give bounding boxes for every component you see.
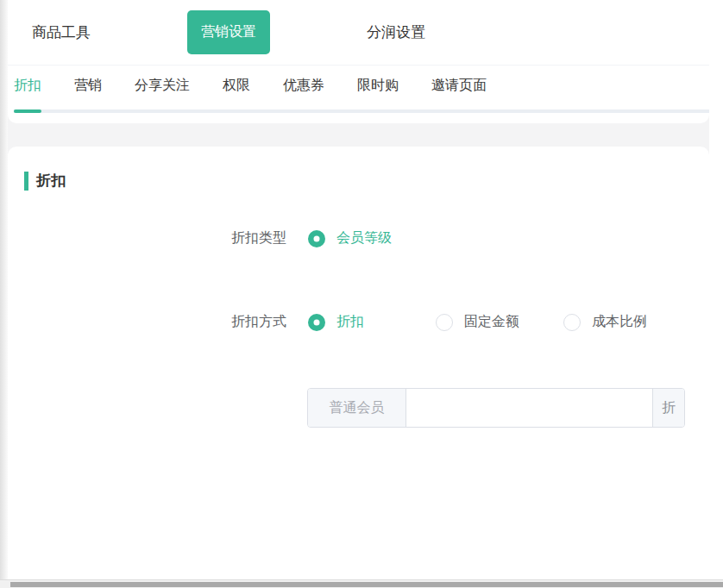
discount-value-input[interactable] (406, 389, 652, 427)
horizontal-scrollbar-thumb[interactable] (10, 582, 723, 587)
discount-method-label: 折扣方式 (8, 313, 286, 331)
input-suffix-label: 折 (652, 389, 684, 427)
radio-fixed-amount[interactable]: 固定金额 (436, 313, 563, 331)
subtab-flash-sale[interactable]: 限时购 (357, 77, 399, 96)
tab-product-tools[interactable]: 商品工具 (32, 22, 91, 42)
section-accent-bar (24, 172, 28, 191)
member-discount-input-group: 普通会员 折 (307, 388, 685, 428)
subtab-coupons[interactable]: 优惠券 (283, 77, 324, 96)
radio-unselected-icon (436, 314, 453, 331)
discount-type-label: 折扣类型 (8, 229, 286, 247)
top-tab-bar: 商品工具 营销设置 分润设置 (8, 0, 709, 66)
radio-label: 固定金额 (464, 313, 519, 331)
subtab-invite-page[interactable]: 邀请页面 (431, 77, 487, 96)
subtab-marketing[interactable]: 营销 (74, 77, 102, 96)
radio-label: 成本比例 (592, 313, 647, 331)
section-title: 折扣 (36, 171, 66, 191)
radio-label: 会员等级 (336, 229, 392, 247)
radio-unselected-icon (563, 314, 581, 331)
tab-marketing-settings[interactable]: 营销设置 (187, 10, 270, 54)
subtab-share-follow[interactable]: 分享关注 (135, 77, 190, 96)
subtab-permissions[interactable]: 权限 (223, 77, 250, 96)
radio-label: 折扣 (336, 313, 364, 331)
sub-tab-track (14, 109, 709, 113)
member-discount-input-row: 普通会员 折 (8, 388, 709, 428)
radio-selected-icon (308, 314, 325, 331)
discount-type-options: 会员等级 (308, 229, 392, 247)
discount-panel: 折扣 折扣类型 会员等级 折扣方式 折扣 固定金额 (8, 147, 709, 579)
discount-method-row: 折扣方式 折扣 固定金额 成本比例 (8, 313, 709, 331)
tab-profit-settings[interactable]: 分润设置 (367, 22, 425, 42)
radio-cost-ratio[interactable]: 成本比例 (563, 313, 647, 331)
sub-tab-bar: 折扣 营销 分享关注 权限 优惠券 限时购 邀请页面 (8, 66, 709, 123)
left-edge-scrollbar[interactable] (0, 0, 8, 579)
radio-member-level[interactable]: 会员等级 (308, 229, 392, 247)
horizontal-scrollbar[interactable] (0, 579, 723, 588)
radio-discount[interactable]: 折扣 (308, 313, 436, 331)
discount-method-options: 折扣 固定金额 成本比例 (308, 313, 647, 331)
section-header: 折扣 (24, 171, 709, 191)
radio-selected-icon (308, 230, 325, 247)
discount-type-row: 折扣类型 会员等级 (8, 229, 709, 247)
input-prefix-label: 普通会员 (308, 389, 406, 427)
settings-page: 商品工具 营销设置 分润设置 折扣 营销 分享关注 权限 优惠券 限时购 邀请页… (8, 0, 709, 579)
subtab-discount[interactable]: 折扣 (14, 77, 41, 96)
tabs-card: 商品工具 营销设置 分润设置 折扣 营销 分享关注 权限 优惠券 限时购 邀请页… (8, 0, 709, 123)
